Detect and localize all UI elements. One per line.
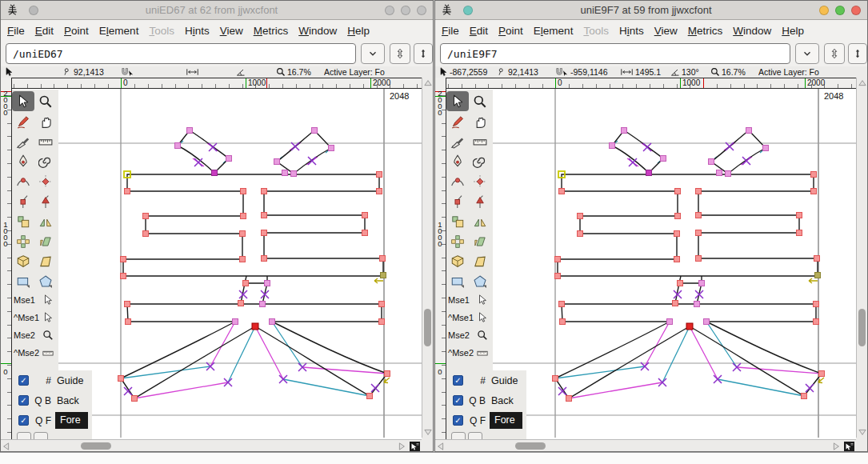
tool-rectangle-ellipse[interactable] <box>446 271 469 291</box>
menu-item[interactable]: Point <box>64 25 89 37</box>
menu-item[interactable]: Edit <box>35 25 54 37</box>
vscroll-thumb[interactable] <box>424 309 431 346</box>
menu-item[interactable]: Help <box>347 25 370 37</box>
vscroll-thumb[interactable] <box>858 309 866 346</box>
goto-glyph-button[interactable] <box>414 43 433 64</box>
minimize-button[interactable] <box>385 6 394 15</box>
tool-rotate-3d[interactable] <box>12 251 34 271</box>
tool-knife[interactable] <box>12 131 34 151</box>
tool-magnify[interactable] <box>469 91 491 111</box>
menu-item[interactable]: Window <box>298 25 337 37</box>
layer-visibility-checkbox[interactable]: ✓ <box>18 415 29 426</box>
hscroll-thumb[interactable] <box>515 442 546 450</box>
tool-flip[interactable] <box>34 211 57 231</box>
tool-rotate[interactable] <box>12 231 34 251</box>
menu-item[interactable]: Metrics <box>254 25 289 37</box>
tool-add-curve-point[interactable] <box>12 171 34 191</box>
tool-polygon-star[interactable] <box>469 271 491 291</box>
horizontal-ruler[interactable]: 0 1000 2000 <box>1 78 433 89</box>
tool-perspective[interactable] <box>34 251 57 271</box>
tool-add-corner-point[interactable] <box>446 191 469 211</box>
menu-item[interactable]: Element <box>99 25 139 37</box>
prev-next-glyph-button[interactable] <box>824 43 845 64</box>
menu-item[interactable]: Metrics <box>688 25 723 37</box>
tool-skew[interactable] <box>469 231 491 251</box>
menu-item[interactable]: Edit <box>470 25 488 37</box>
tool-rotate[interactable] <box>446 231 469 251</box>
tool-knife[interactable] <box>446 131 469 151</box>
layer-guide[interactable]: Guide <box>57 375 83 386</box>
prev-next-glyph-button[interactable] <box>390 43 410 64</box>
tool-spiro[interactable] <box>469 151 491 171</box>
layer-back[interactable]: Back <box>491 395 514 406</box>
tool-pointer[interactable] <box>446 91 469 111</box>
glyph-name-input[interactable] <box>440 43 790 64</box>
menu-item[interactable]: Tools <box>583 25 609 37</box>
menu-item[interactable]: Point <box>498 25 523 37</box>
glyph-dropdown-button[interactable] <box>795 43 819 64</box>
tool-scale[interactable] <box>12 211 34 231</box>
tool-scale[interactable] <box>446 211 469 231</box>
layer-visibility-checkbox[interactable]: ✓ <box>18 375 29 386</box>
glyph-preview-icon[interactable] <box>410 442 420 452</box>
layer-fore-active[interactable]: Fore <box>55 412 88 429</box>
vertical-ruler[interactable]: 2000 1000 0 <box>1 78 12 439</box>
title-bar[interactable]: uniED67 at 62 from jjwxcfont <box>1 1 433 20</box>
menu-item[interactable]: Hints <box>619 25 644 37</box>
goto-glyph-button[interactable] <box>848 43 867 64</box>
window-indicator-dot[interactable] <box>463 6 473 15</box>
tool-rectangle-ellipse[interactable] <box>12 271 34 291</box>
tool-skew[interactable] <box>34 231 57 251</box>
tool-pen[interactable] <box>446 151 469 171</box>
tool-freehand[interactable] <box>12 111 34 131</box>
menu-item[interactable]: Hints <box>185 25 210 37</box>
tool-polygon-star[interactable] <box>34 271 57 291</box>
menu-item[interactable]: Tools <box>149 25 174 37</box>
vertical-scrollbar[interactable] <box>422 78 433 438</box>
menu-item[interactable]: File <box>442 25 459 37</box>
glyph-dropdown-button[interactable] <box>361 43 385 64</box>
title-bar[interactable]: uniE9F7 at 59 from jjwxcfont <box>435 1 867 20</box>
maximize-button[interactable] <box>401 6 410 15</box>
horizontal-scrollbar[interactable] <box>435 439 858 452</box>
close-button[interactable] <box>851 6 861 15</box>
menu-item[interactable]: View <box>220 25 243 37</box>
tool-perspective[interactable] <box>469 251 491 271</box>
tool-magnify[interactable] <box>34 91 57 111</box>
tool-pen[interactable] <box>12 151 34 171</box>
tool-add-hv-curve-point[interactable] <box>34 171 57 191</box>
tool-add-tangent-point[interactable] <box>469 191 491 211</box>
maximize-button[interactable] <box>835 6 845 15</box>
horizontal-scrollbar[interactable] <box>1 439 423 452</box>
layer-guide[interactable]: Guide <box>491 375 518 386</box>
layer-back[interactable]: Back <box>57 395 79 406</box>
glyph-preview-icon[interactable] <box>844 442 854 452</box>
tool-add-hv-curve-point[interactable] <box>469 171 491 191</box>
tool-scroll-hand[interactable] <box>469 111 491 131</box>
layer-visibility-checkbox[interactable]: ✓ <box>18 395 29 406</box>
tool-ruler[interactable] <box>469 131 491 151</box>
menu-item[interactable]: Help <box>782 25 804 37</box>
tool-spiro[interactable] <box>34 151 57 171</box>
tool-rotate-3d[interactable] <box>446 251 469 271</box>
window-indicator-dot[interactable] <box>29 6 38 15</box>
tool-flip[interactable] <box>469 211 491 231</box>
tool-scroll-hand[interactable] <box>34 111 57 131</box>
menu-item[interactable]: Element <box>534 25 574 37</box>
horizontal-ruler[interactable]: 0 1000 2000 <box>435 78 867 89</box>
layer-visibility-checkbox[interactable]: ✓ <box>453 415 463 426</box>
menu-item[interactable]: Window <box>733 25 771 37</box>
vertical-ruler[interactable]: 2000 1000 0 <box>435 78 446 439</box>
menu-item[interactable]: File <box>7 25 25 37</box>
tool-add-tangent-point[interactable] <box>34 191 57 211</box>
close-button[interactable] <box>417 6 426 15</box>
hscroll-thumb[interactable] <box>81 442 111 450</box>
minimize-button[interactable] <box>819 6 829 15</box>
layer-visibility-checkbox[interactable]: ✓ <box>453 395 463 406</box>
tool-pointer[interactable] <box>12 91 34 111</box>
glyph-name-input[interactable] <box>6 43 356 64</box>
layer-fore-active[interactable]: Fore <box>490 412 522 429</box>
vertical-scrollbar[interactable] <box>856 78 867 438</box>
tool-freehand[interactable] <box>446 111 469 131</box>
tool-ruler[interactable] <box>34 131 57 151</box>
